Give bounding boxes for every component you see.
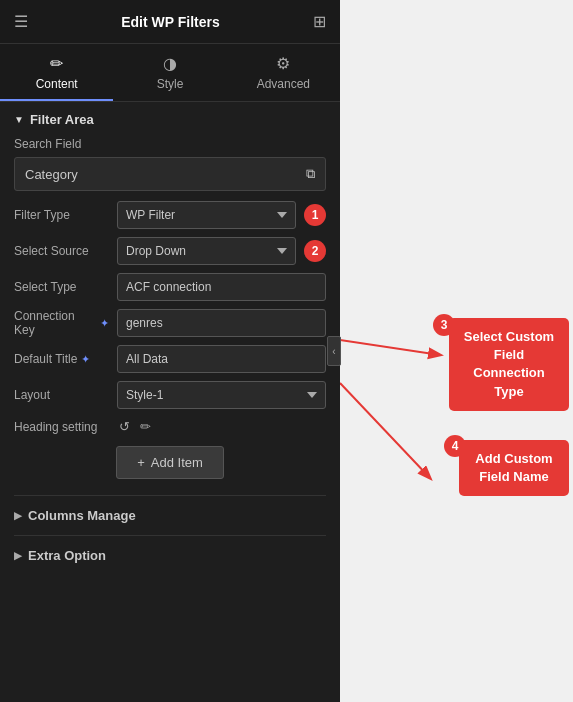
tooltip-3: Select Custom Field Connection Type (449, 318, 569, 411)
default-title-label: Default Title ✦ (14, 352, 109, 366)
filter-type-select[interactable]: WP Filter (117, 201, 296, 229)
connection-key-text: Connection Key (14, 309, 96, 337)
heading-edit-button[interactable]: ✏ (138, 417, 153, 436)
default-title-input[interactable] (117, 345, 326, 373)
extra-option-section: ▶ Extra Option (14, 535, 326, 575)
panel-edge-toggle[interactable]: ‹ (327, 336, 341, 366)
svg-line-1 (340, 383, 430, 478)
columns-manage-header[interactable]: ▶ Columns Manage (14, 508, 326, 523)
panel-title: Edit WP Filters (121, 14, 220, 30)
heading-setting-row: Heading setting ↺ ✏ (14, 417, 326, 436)
copy-icon[interactable]: ⧉ (306, 166, 315, 182)
heading-actions: ↺ ✏ (117, 417, 153, 436)
select-source-row: Select Source Drop Down 2 (14, 237, 326, 265)
badge-1: 1 (304, 204, 326, 226)
right-area: 3 Select Custom Field Connection Type 4 … (340, 0, 573, 702)
filter-type-label: Filter Type (14, 208, 109, 222)
tab-content[interactable]: ✏ Content (0, 44, 113, 101)
filter-area-label: Filter Area (30, 112, 94, 127)
default-title-row: Default Title ✦ (14, 345, 326, 373)
search-field-label: Search Field (14, 137, 326, 151)
select-source-label: Select Source (14, 244, 109, 258)
panel-header: ☰ Edit WP Filters ⊞ (0, 0, 340, 44)
badge-2: 2 (304, 240, 326, 262)
dynamic-icon-2: ✦ (81, 353, 90, 366)
gear-icon: ⚙ (276, 54, 290, 73)
columns-manage-section: ▶ Columns Manage (14, 495, 326, 535)
section-arrow-icon: ▼ (14, 114, 24, 125)
columns-manage-label: Columns Manage (28, 508, 136, 523)
category-value: Category (25, 167, 78, 182)
tab-style[interactable]: ◑ Style (113, 44, 226, 101)
connection-key-row: Connection Key ✦ (14, 309, 326, 337)
left-panel: ☰ Edit WP Filters ⊞ ✏ Content ◑ Style ⚙ … (0, 0, 340, 702)
tabs-container: ✏ Content ◑ Style ⚙ Advanced (0, 44, 340, 102)
filter-type-row: Filter Type WP Filter 1 (14, 201, 326, 229)
category-row: Category ⧉ (14, 157, 326, 191)
heading-reset-button[interactable]: ↺ (117, 417, 132, 436)
add-item-icon: + (137, 455, 145, 470)
tab-advanced[interactable]: ⚙ Advanced (227, 44, 340, 101)
layout-select[interactable]: Style-1 (117, 381, 326, 409)
tooltip-4-text: Add Custom Field Name (475, 451, 552, 484)
panel-body: ▼ Filter Area Search Field Category ⧉ Fi… (0, 102, 340, 702)
heading-setting-label: Heading setting (14, 420, 109, 434)
layout-row: Layout Style-1 (14, 381, 326, 409)
tab-content-label: Content (36, 77, 78, 91)
dynamic-icon-1: ✦ (100, 317, 109, 330)
columns-arrow-icon: ▶ (14, 510, 22, 521)
layout-label: Layout (14, 388, 109, 402)
connection-key-label: Connection Key ✦ (14, 309, 109, 337)
extra-option-arrow-icon: ▶ (14, 550, 22, 561)
hamburger-icon[interactable]: ☰ (14, 12, 28, 31)
select-source-select[interactable]: Drop Down (117, 237, 296, 265)
filter-area-section[interactable]: ▼ Filter Area (14, 112, 326, 127)
svg-line-0 (340, 340, 440, 355)
add-item-label: Add Item (151, 455, 203, 470)
select-type-input[interactable] (117, 273, 326, 301)
half-circle-icon: ◑ (163, 54, 177, 73)
add-item-button[interactable]: + Add Item (116, 446, 224, 479)
select-type-label: Select Type (14, 280, 109, 294)
tooltip-4: Add Custom Field Name (459, 440, 569, 496)
grid-icon[interactable]: ⊞ (313, 12, 326, 31)
default-title-text: Default Title (14, 352, 77, 366)
connection-key-input[interactable] (117, 309, 326, 337)
extra-option-header[interactable]: ▶ Extra Option (14, 548, 326, 563)
tab-style-label: Style (157, 77, 184, 91)
tooltip-3-text: Select Custom Field Connection Type (464, 329, 554, 399)
pencil-icon: ✏ (50, 54, 63, 73)
select-type-row: Select Type (14, 273, 326, 301)
extra-option-label: Extra Option (28, 548, 106, 563)
tab-advanced-label: Advanced (257, 77, 310, 91)
